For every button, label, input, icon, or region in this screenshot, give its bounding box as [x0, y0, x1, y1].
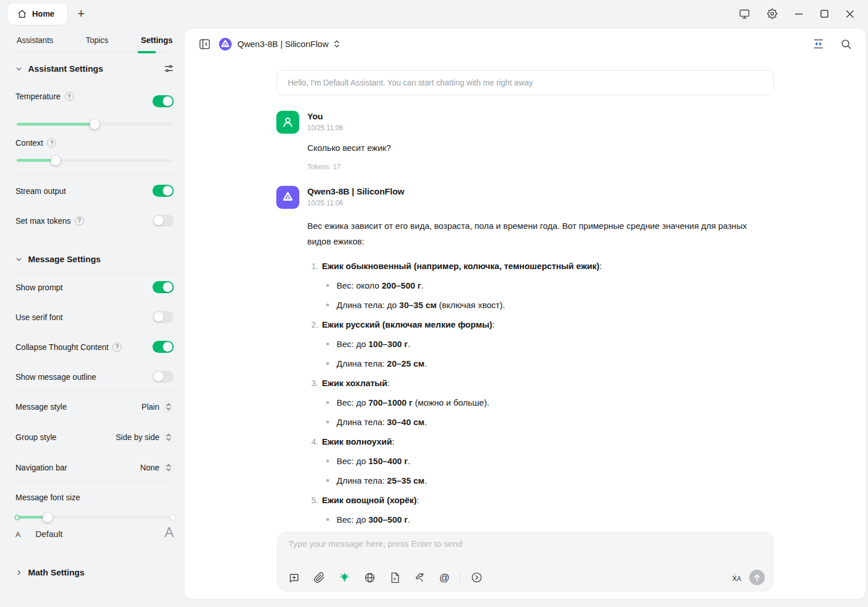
help-icon[interactable]: ?: [75, 216, 84, 225]
window-titlebar: Home +: [0, 0, 868, 28]
font-size-slider-handle[interactable]: [43, 512, 53, 522]
updown-chevron-icon: [163, 431, 174, 443]
group-style-value: Side by side: [116, 433, 159, 442]
bullet-dot: [326, 362, 329, 365]
help-icon[interactable]: ?: [47, 138, 56, 147]
section-math-settings[interactable]: Math Settings: [15, 557, 174, 586]
temperature-slider[interactable]: [17, 123, 173, 126]
list-bullet: Вес: до 300–500 г.: [307, 513, 774, 526]
assistant-avatar[interactable]: [276, 186, 299, 209]
bullet-dot: [326, 518, 329, 521]
tab-assistants[interactable]: Assistants: [15, 36, 54, 45]
list-bullet: Вес: около 200–500 г.: [307, 279, 774, 291]
message-input-box: a @ ẋA: [277, 532, 773, 592]
context-slider-handle[interactable]: [51, 155, 61, 165]
collapse-thought-toggle[interactable]: [153, 341, 174, 353]
show-outline-label: Show message outline: [15, 372, 96, 382]
font-size-slider[interactable]: [17, 516, 173, 519]
settings-sidebar: Assistants Topics Settings Assistant Set…: [0, 28, 185, 607]
translate-doc-icon[interactable]: a: [389, 572, 400, 583]
web-search-icon[interactable]: [364, 572, 376, 583]
set-max-tokens-toggle[interactable]: [153, 215, 174, 227]
expand-width-icon[interactable]: [812, 38, 824, 50]
new-tab-button[interactable]: +: [77, 7, 85, 20]
minimize-icon[interactable]: [795, 10, 803, 18]
temperature-toggle[interactable]: [153, 95, 174, 107]
temperature-slider-handle[interactable]: [90, 119, 100, 129]
message-time: 10/25 11:06: [307, 199, 774, 207]
send-icon[interactable]: [749, 570, 765, 585]
new-topic-icon[interactable]: [288, 572, 300, 583]
tab-home[interactable]: Home: [8, 3, 67, 25]
help-icon[interactable]: ?: [65, 92, 74, 101]
updown-chevron-icon: [163, 461, 174, 474]
svg-text:a: a: [393, 576, 396, 581]
bullet-dot: [326, 401, 329, 404]
font-min-label: A: [15, 530, 21, 539]
list-bullet: Вес: до 700–1000 г (можно и больше).: [307, 396, 774, 408]
tab-settings[interactable]: Settings: [140, 36, 174, 45]
updown-chevron-icon: [163, 400, 174, 413]
list-item: 5.Ежик овощной (хорёк):: [307, 494, 774, 506]
mcp-tools-icon[interactable]: [414, 572, 425, 583]
font-size-block: Message font size A Default A: [15, 483, 174, 549]
section-title: Message Settings: [28, 254, 101, 264]
bullet-dot: [326, 343, 329, 345]
collapse-sidebar-icon[interactable]: [198, 38, 211, 50]
expand-input-icon[interactable]: [471, 571, 483, 583]
bullet-dot: [326, 304, 329, 306]
mention-icon[interactable]: @: [439, 573, 449, 583]
slider-min-dot: [15, 515, 20, 520]
siliconflow-logo-icon: [218, 37, 232, 51]
bullet-dot: [326, 479, 329, 482]
set-max-tokens-row: Set max tokens ?: [15, 206, 174, 236]
list-bullet: Длина тела: 30–40 см.: [307, 416, 774, 428]
section-assistant-settings[interactable]: Assistant Settings: [15, 53, 174, 82]
message-style-label: Message style: [15, 402, 67, 411]
context-slider[interactable]: [17, 159, 173, 162]
monitor-icon[interactable]: [739, 9, 750, 19]
section-title: Math Settings: [28, 567, 84, 577]
attachment-icon[interactable]: [314, 572, 325, 583]
user-avatar[interactable]: [276, 111, 299, 134]
search-icon[interactable]: [840, 38, 852, 50]
stream-output-toggle[interactable]: [153, 185, 174, 197]
chevron-down-icon: [15, 65, 22, 72]
context-label: Context: [15, 138, 43, 147]
group-style-select[interactable]: Side by side: [116, 431, 174, 443]
maximize-icon[interactable]: [820, 10, 828, 18]
active-tab-underline: [138, 51, 156, 53]
show-prompt-label: Show prompt: [15, 283, 62, 292]
tab-topics[interactable]: Topics: [84, 36, 110, 45]
show-outline-toggle[interactable]: [153, 371, 174, 383]
slider-max-dot: [170, 515, 175, 520]
thinking-bulb-icon[interactable]: [339, 572, 350, 583]
model-name: Qwen3-8B | SiliconFlow: [237, 39, 329, 49]
message-style-value: Plain: [142, 402, 159, 411]
message-list[interactable]: Hello, I'm Default Assistant. You can st…: [185, 59, 866, 599]
message-input[interactable]: [288, 539, 762, 561]
navigation-bar-select[interactable]: None: [140, 461, 174, 474]
bullet-dot: [326, 421, 329, 423]
set-max-tokens-label: Set max tokens: [15, 216, 71, 225]
token-count: Tokens: 17: [307, 163, 774, 171]
model-selector[interactable]: Qwen3-8B | SiliconFlow: [218, 37, 340, 51]
assistant-message: Qwen3-8B | SiliconFlow 10/25 11:06 Вес е…: [276, 186, 774, 545]
close-icon[interactable]: [846, 10, 854, 18]
message-text: Сколько весит ежик?: [307, 143, 774, 153]
hedgehog-list: 1.Ежик обыкновенный (например, колючка, …: [307, 260, 774, 545]
help-icon[interactable]: ?: [112, 343, 122, 352]
message-style-select[interactable]: Plain: [142, 400, 174, 413]
section-title: Assistant Settings: [28, 64, 103, 73]
stream-output-row: Stream output: [15, 176, 174, 206]
stream-output-label: Stream output: [15, 186, 66, 196]
section-message-settings[interactable]: Message Settings: [15, 243, 174, 273]
sidebar-tabs: Assistants Topics Settings: [15, 28, 174, 53]
sliders-settings-icon[interactable]: [164, 64, 174, 73]
gear-icon[interactable]: [767, 9, 777, 19]
chat-header: Qwen3-8B | SiliconFlow: [185, 29, 866, 59]
use-serif-label: Use serif font: [15, 313, 62, 322]
use-serif-toggle[interactable]: [153, 311, 174, 323]
show-prompt-toggle[interactable]: [153, 281, 174, 293]
translate-icon[interactable]: ẋA: [732, 573, 741, 583]
